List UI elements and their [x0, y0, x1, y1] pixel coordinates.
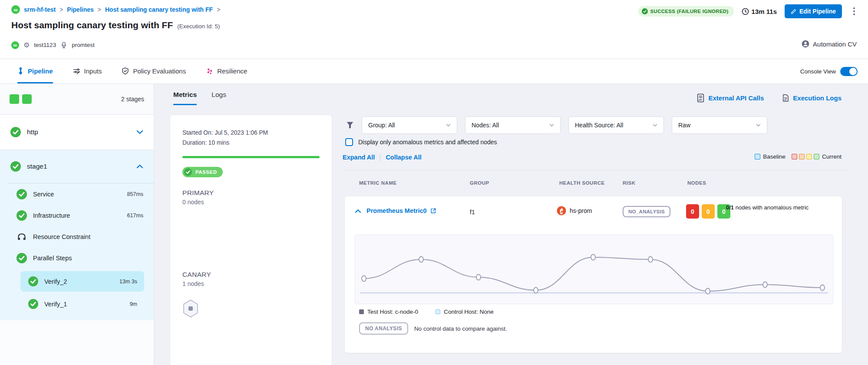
- external-api-calls-label: External API Calls: [708, 94, 764, 102]
- node-risk-counts: 0 0 0: [686, 204, 730, 219]
- resilience-pinwheel-icon: [206, 67, 213, 75]
- step-duration: 13m 3s: [119, 279, 137, 285]
- tab-logs[interactable]: Logs: [211, 91, 226, 105]
- step-label: Infrastructure: [33, 212, 70, 219]
- user-avatar-icon: [802, 40, 809, 48]
- started-on-label: Started On: Jul 5, 2023 1:06 PM: [182, 128, 320, 138]
- service-label: promtest: [72, 42, 95, 48]
- triggered-by: Automation CV: [802, 40, 857, 48]
- control-host-label: Control Host: None: [444, 309, 494, 315]
- breadcrumb-project[interactable]: srm-hf-test: [24, 6, 56, 13]
- chevron-up-icon[interactable]: [136, 164, 143, 169]
- stage-status-square: [10, 94, 19, 104]
- console-region: Metrics Logs Started On: Jul 5, 2023 1:0…: [154, 84, 868, 365]
- tab-policy-evaluations[interactable]: Policy Evaluations: [122, 59, 186, 83]
- tab-pipeline[interactable]: Pipeline: [17, 59, 53, 83]
- filter-funnel-icon[interactable]: [346, 121, 354, 129]
- duration-label: 13m 11s: [752, 8, 777, 15]
- risk-badge: NO_ANALYSIS: [623, 206, 670, 217]
- data-type-value: Raw: [678, 122, 690, 129]
- execution-logs-link[interactable]: Execution Logs: [782, 93, 842, 103]
- health-source-filter-dropdown[interactable]: Health Source: All: [568, 116, 664, 134]
- console-view-toggle[interactable]: [840, 67, 858, 76]
- current-red-swatch: [792, 154, 797, 159]
- breadcrumb-separator: >: [59, 6, 63, 13]
- pipeline-icon: [17, 67, 24, 75]
- red-count-badge: 0: [686, 204, 699, 219]
- group-filter-dropdown[interactable]: Group: All: [362, 116, 457, 134]
- step-label: Parallel Steps: [33, 255, 72, 262]
- sidebar-stage-stage1[interactable]: stage1: [0, 150, 154, 183]
- expand-all-link[interactable]: Expand All: [343, 154, 375, 161]
- execution-logs-label: Execution Logs: [793, 94, 842, 102]
- canary-node-hexagon[interactable]: [182, 299, 199, 318]
- shield-check-icon: [122, 67, 129, 75]
- chart-color-legend: Baseline Current: [755, 153, 842, 160]
- passed-status-badge: PASSED: [182, 167, 223, 177]
- stage-status-square: [22, 94, 32, 104]
- stage-http-label: http: [27, 128, 38, 136]
- metric-row: Prometheus Metric0 f1 hs-prom NO_ANALYSI…: [345, 196, 842, 229]
- col-group: GROUP: [470, 180, 489, 186]
- check-circle-icon: [184, 168, 192, 176]
- breadcrumb-separator: >: [98, 6, 101, 13]
- divider: [380, 153, 380, 161]
- collapse-all-link[interactable]: Collapse All: [386, 154, 421, 161]
- tab-inputs[interactable]: Inputs: [73, 59, 102, 83]
- console-view-label: Console View: [800, 68, 836, 75]
- nodes-filter-dropdown[interactable]: Nodes: All: [465, 116, 561, 134]
- harness-status-icon: ∞: [11, 41, 19, 49]
- prometheus-icon: [557, 206, 566, 216]
- tab-metrics[interactable]: Metrics: [173, 91, 197, 105]
- success-check-icon: [28, 276, 38, 286]
- success-check-icon: [10, 161, 21, 172]
- tab-resilience[interactable]: Resilience: [206, 59, 247, 83]
- chevron-down-icon: [653, 124, 657, 127]
- step-service[interactable]: Service 857ms: [0, 183, 154, 205]
- step-label: Resource Constraint: [33, 233, 90, 240]
- edit-pipeline-button[interactable]: Edit Pipeline: [785, 4, 842, 18]
- primary-group-label: PRIMARY: [182, 189, 320, 197]
- metric-name-link[interactable]: Prometheus Metric0: [366, 207, 436, 214]
- step-verify-1[interactable]: Verify_1 9m: [20, 294, 144, 314]
- col-nodes: NODES: [687, 180, 706, 186]
- external-api-calls-link[interactable]: API External API Calls: [696, 93, 764, 103]
- execution-logs-doc-icon: [782, 93, 789, 103]
- page-title: Host sampling canary testing with FF: [11, 20, 173, 30]
- anomalous-nodes-text: nodes with anomalous metric: [736, 204, 809, 211]
- current-yellow-swatch: [806, 154, 812, 159]
- baseline-legend-swatch: [755, 154, 760, 159]
- metric-group-value: f1: [470, 209, 475, 216]
- console-tabs: Metrics Logs: [173, 91, 226, 105]
- success-check-icon: [10, 127, 21, 137]
- step-label: Service: [33, 191, 54, 198]
- check-circle-icon: [642, 8, 648, 14]
- environment-label: test1123: [34, 42, 56, 48]
- step-infrastructure[interactable]: Infrastructure 617ms: [0, 205, 154, 226]
- breadcrumb-pipeline-name[interactable]: Host sampling canary testing with FF: [105, 6, 213, 13]
- test-host-swatch: [359, 309, 364, 314]
- sidebar-stage1-section: stage1 Service 857ms Infrastructure 617m…: [0, 150, 154, 320]
- sidebar-stage-http[interactable]: http: [0, 115, 154, 150]
- execution-sidebar: 2 stages http stage1 Service 857ms Infra…: [0, 84, 154, 365]
- metric-health-source: hs-prom: [557, 206, 592, 216]
- data-type-dropdown[interactable]: Raw: [672, 116, 767, 134]
- test-host-label: Test Host: c-node-0: [367, 309, 418, 315]
- metric-name-label: Prometheus Metric0: [366, 207, 427, 214]
- stage-count-label: 2 stages: [121, 96, 144, 103]
- canary-group-label: CANARY: [182, 271, 320, 279]
- step-verify-2[interactable]: Verify_2 13m 3s: [20, 271, 144, 292]
- stage-summary: 2 stages: [0, 84, 154, 115]
- step-resource-constraint[interactable]: Resource Constraint: [0, 226, 154, 247]
- more-options-menu[interactable]: [850, 5, 858, 18]
- api-calls-doc-icon: API: [696, 93, 705, 103]
- anomalous-only-checkbox[interactable]: [345, 138, 353, 146]
- health-source-filter-value: Health Source: All: [575, 122, 623, 129]
- collapse-metric-chevron-icon[interactable]: [355, 209, 361, 213]
- chevron-down-icon[interactable]: [136, 130, 143, 134]
- breadcrumb-pipelines[interactable]: Pipelines: [67, 6, 93, 13]
- step-parallel-steps[interactable]: Parallel Steps: [0, 247, 154, 269]
- amber-count-badge: 0: [702, 204, 715, 219]
- metric-timeseries-chart: [355, 235, 833, 304]
- chevron-down-icon: [446, 124, 451, 127]
